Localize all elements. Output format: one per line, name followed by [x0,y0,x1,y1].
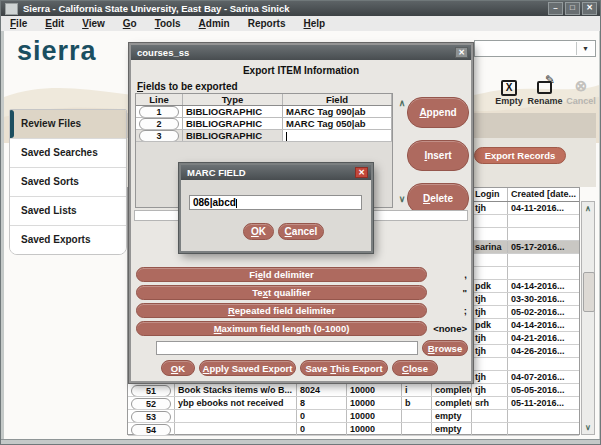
fields-scroll-up-icon[interactable]: ∧ [396,97,408,109]
table-cell: 10000 [347,410,402,422]
table-row[interactable]: 54010000empty [128,423,579,436]
table-cell: 05-11-2016... [508,397,579,409]
save-this-export-button[interactable]: Save This Export [300,360,388,376]
table-cell: 04-26-2016... [508,345,579,357]
marc-dialog-titlebar: MARC FIELD ✕ [181,165,371,180]
fields-column-header: Type [183,94,283,105]
files-table-scrollbar[interactable]: ∧ ∨ [581,201,595,435]
insert-button[interactable]: Insert [407,140,469,171]
table-cell: 51 [128,384,175,396]
table-cell: tjh [472,332,508,344]
marc-field-input[interactable]: 086|abcd [189,195,362,210]
scroll-up-arrow-icon[interactable]: ∧ [582,202,594,215]
table-cell: empty [432,423,472,435]
table-cell: 53 [128,410,175,422]
marc-cancel-button[interactable]: Cancel [278,223,324,240]
type-cell[interactable]: BIBLIOGRAPHIC [183,118,283,129]
fields-row[interactable]: 1BIBLIOGRAPHICMARC Tag 090|ab [136,106,392,118]
scrollbar-thumb[interactable] [583,272,595,312]
menu-go[interactable]: Go [114,18,146,29]
export-dialog-titlebar: courses_ss ✕ [131,45,471,60]
row-number-pill[interactable]: 53 [131,411,171,422]
row-number-pill[interactable]: 51 [131,385,171,396]
maximize-button[interactable]: □ [565,2,580,15]
table-cell [472,267,508,279]
toolbar-rename-button[interactable]: ✎Rename [527,77,563,106]
table-cell [472,215,508,227]
line-number-pill[interactable]: 3 [139,130,179,141]
type-cell[interactable]: BIBLIOGRAPHIC [183,106,283,117]
type-cell[interactable]: BIBLIOGRAPHIC [183,130,283,141]
table-cell: b [402,397,432,409]
option-button-repeated[interactable]: Repeated field delimiter [136,303,427,318]
line-number-pill[interactable]: 1 [139,106,179,117]
apply-saved-export-button[interactable]: Apply Saved Export [199,360,296,376]
browse-button[interactable]: Browse [422,340,468,356]
ok-button[interactable]: OK [161,360,195,376]
line-number-pill[interactable]: 2 [139,118,179,129]
function-combobox[interactable]: ▼ [474,40,596,57]
marc-dialog-close-icon[interactable]: ✕ [355,167,368,178]
option-button-field[interactable]: Field delimiter [136,267,427,282]
scroll-down-arrow-icon[interactable]: ∨ [582,421,594,434]
menu-file[interactable]: File [1,18,36,29]
menu-admin[interactable]: Admin [190,18,239,29]
table-cell [472,228,508,240]
table-row[interactable]: 53010000empty [128,410,579,423]
fields-row[interactable]: 3BIBLIOGRAPHIC [136,130,392,142]
menu-reports[interactable]: Reports [239,18,295,29]
chevron-down-icon[interactable]: ▼ [576,42,594,55]
export-dialog-close-icon[interactable]: ✕ [455,47,468,58]
toolbar-label: Cancel [563,96,599,106]
table-cell [402,423,432,435]
option-button-text[interactable]: Text qualifier [136,285,427,300]
marc-ok-button[interactable]: OK [243,223,274,240]
file-path-input[interactable] [156,341,418,355]
export-records-button[interactable]: Export Records [474,147,566,164]
table-row[interactable]: 51Book Stacks items w/o B...802410000ico… [128,384,579,397]
row-number-pill[interactable]: 52 [131,398,171,409]
marc-field-value: 086|abcd [193,197,236,208]
sidebar-item-saved-lists[interactable]: Saved Lists [10,197,126,226]
table-row[interactable]: 52ybp ebooks not received810000bcomplete… [128,397,579,410]
option-value: " [430,285,467,300]
menu-bar: FileEditViewGoToolsAdminReportsHelp [1,16,600,32]
table-cell [175,423,297,435]
window-title: Sierra - California State University, Ea… [23,3,289,14]
toolbar-empty-button[interactable]: XEmpty [491,77,527,106]
table-cell: pdk [472,280,508,292]
row-number-pill[interactable]: 54 [131,424,171,435]
table-cell: tjh [472,371,508,383]
option-button-maximum[interactable]: Maximum field length (0-1000) [136,321,427,336]
table-cell: 03-30-2016... [508,293,579,305]
menu-help[interactable]: Help [295,18,335,29]
minimize-button[interactable]: – [548,2,563,15]
field-cell[interactable] [283,130,392,141]
text-cursor [286,132,287,141]
field-cell[interactable]: MARC Tag 050|ab [283,118,392,129]
menu-edit[interactable]: Edit [36,18,73,29]
close-button[interactable]: Close [392,360,438,376]
menu-tools[interactable]: Tools [146,18,190,29]
table-cell [508,254,579,266]
table-cell: 04-11-2016... [508,202,579,214]
menu-view[interactable]: View [73,18,114,29]
table-cell: complete [432,384,472,396]
export-dialog-title: courses_ss [137,47,189,58]
table-cell: tjh [472,202,508,214]
table-cell: 04-07-2016... [508,371,579,383]
table-cell [508,215,579,227]
table-cell: 05-02-2016... [508,306,579,318]
fields-row[interactable]: 2BIBLIOGRAPHICMARC Tag 050|ab [136,118,392,130]
append-button[interactable]: Append [407,97,469,128]
table-cell [402,410,432,422]
sidebar-item-saved-sorts[interactable]: Saved Sorts [10,168,126,197]
field-cell[interactable]: MARC Tag 090|ab [283,106,392,117]
sidebar-item-saved-searches[interactable]: Saved Searches [10,139,126,168]
fields-column-header: Line [136,94,183,105]
table-cell: tjh [472,345,508,357]
sidebar-item-saved-exports[interactable]: Saved Exports [10,226,126,254]
sidebar-item-review-files[interactable]: Review Files [10,110,126,139]
table-cell: 10000 [347,423,402,435]
close-button[interactable]: ✕ [582,2,597,15]
